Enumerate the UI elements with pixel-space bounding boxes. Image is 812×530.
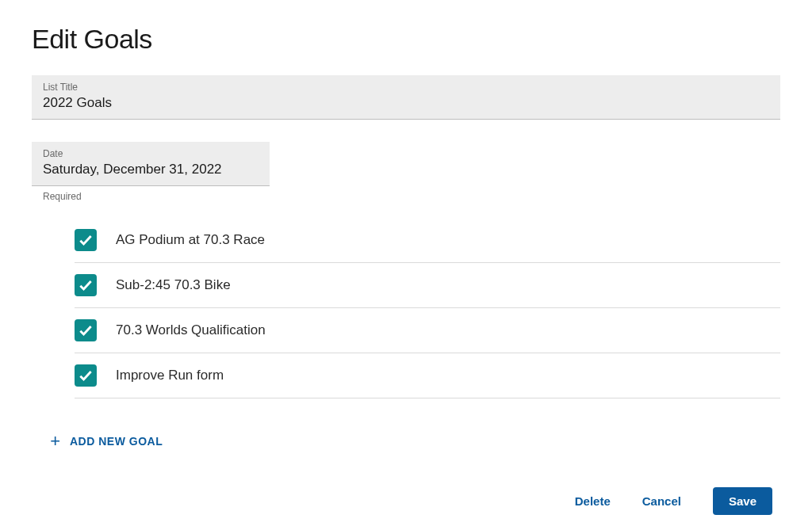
goal-row: Sub-2:45 70.3 Bike — [75, 263, 780, 308]
date-label: Date — [43, 148, 259, 159]
date-field[interactable]: Date Saturday, December 31, 2022 — [32, 142, 270, 186]
goal-text[interactable]: 70.3 Worlds Qualification — [116, 322, 780, 338]
goal-text[interactable]: Sub-2:45 70.3 Bike — [116, 277, 780, 293]
action-bar: Delete Cancel Save — [32, 487, 780, 515]
goal-row: 70.3 Worlds Qualification — [75, 308, 780, 353]
goal-text[interactable]: AG Podium at 70.3 Race — [116, 232, 780, 248]
check-icon — [78, 368, 94, 383]
goal-checkbox[interactable] — [75, 319, 97, 341]
goals-list: AG Podium at 70.3 Race Sub-2:45 70.3 Bik… — [32, 224, 780, 398]
date-helper-text: Required — [43, 191, 780, 202]
add-new-goal-label: ADD NEW GOAL — [70, 435, 163, 448]
list-title-label: List Title — [43, 82, 769, 93]
delete-button[interactable]: Delete — [575, 494, 611, 508]
list-title-value: 2022 Goals — [43, 95, 769, 111]
date-value: Saturday, December 31, 2022 — [43, 162, 259, 177]
goal-checkbox[interactable] — [75, 229, 97, 251]
check-icon — [78, 232, 94, 248]
list-title-field[interactable]: List Title 2022 Goals — [32, 75, 780, 120]
goal-checkbox[interactable] — [75, 274, 97, 296]
goal-row: AG Podium at 70.3 Race — [75, 224, 780, 263]
save-button[interactable]: Save — [713, 487, 772, 515]
goal-checkbox[interactable] — [75, 364, 97, 387]
add-new-goal-button[interactable]: + ADD NEW GOAL — [48, 433, 780, 449]
check-icon — [78, 277, 94, 293]
page-title: Edit Goals — [32, 24, 780, 55]
plus-icon: + — [48, 433, 63, 449]
check-icon — [78, 322, 94, 338]
cancel-button[interactable]: Cancel — [642, 494, 681, 508]
goal-text[interactable]: Improve Run form — [116, 368, 780, 383]
goal-row: Improve Run form — [75, 353, 780, 398]
